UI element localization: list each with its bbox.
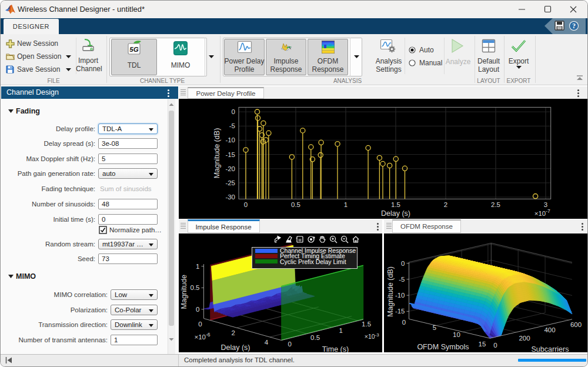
svg-text:?: ?: [572, 22, 576, 29]
svg-text:0.5: 0.5: [291, 201, 300, 208]
svg-text:-5: -5: [399, 276, 405, 283]
svg-text:-30: -30: [225, 193, 235, 201]
svg-text:Delay (s): Delay (s): [220, 343, 250, 352]
svg-text:OFDM Symbols: OFDM Symbols: [417, 343, 469, 351]
svg-text:1.5: 1.5: [362, 321, 371, 328]
svg-text:1: 1: [196, 263, 199, 270]
svg-text:Subcarriers: Subcarriers: [532, 345, 569, 352]
svg-text:-10: -10: [395, 292, 405, 299]
svg-text:400: 400: [544, 326, 555, 333]
svg-text:Delay (s): Delay (s): [381, 209, 410, 218]
svg-text:2.5: 2.5: [491, 201, 500, 208]
svg-text:0: 0: [244, 201, 248, 208]
svg-text:3: 3: [544, 201, 547, 208]
svg-text:0: 0: [402, 319, 406, 326]
svg-text:0.5: 0.5: [310, 334, 320, 341]
svg-text:0: 0: [288, 341, 291, 348]
svg-text:Time (s): Time (s): [322, 345, 349, 352]
svg-text:2: 2: [444, 201, 447, 208]
svg-text:-15: -15: [225, 151, 235, 158]
svg-text:0: 0: [232, 108, 235, 115]
svg-text:0: 0: [198, 321, 202, 328]
svg-text:-5: -5: [229, 122, 235, 129]
svg-text:10: 10: [453, 331, 460, 338]
svg-text:-25: -25: [225, 179, 235, 186]
svg-text:0: 0: [401, 260, 405, 267]
svg-text:-15: -15: [395, 308, 405, 315]
svg-text:5: 5: [433, 324, 436, 331]
svg-text:0: 0: [493, 342, 497, 349]
svg-text:Magnitude: Magnitude: [181, 275, 189, 309]
svg-text:1.5: 1.5: [391, 201, 400, 208]
svg-text:1: 1: [339, 327, 342, 334]
svg-text:15: 15: [479, 341, 486, 348]
svg-text:5G: 5G: [129, 46, 138, 53]
svg-text:0: 0: [196, 306, 199, 313]
svg-text:4: 4: [265, 339, 269, 346]
svg-text:-20: -20: [225, 165, 235, 172]
svg-text:200: 200: [519, 335, 530, 342]
svg-text:Magnitude (dB): Magnitude (dB): [213, 128, 221, 178]
svg-text:1: 1: [344, 201, 348, 208]
svg-text:Magnitude (dB): Magnitude (dB): [387, 266, 395, 316]
svg-text:2: 2: [231, 329, 235, 336]
svg-text:600: 600: [570, 321, 582, 328]
svg-text:0.5: 0.5: [191, 284, 200, 291]
svg-text:-10: -10: [225, 136, 235, 144]
